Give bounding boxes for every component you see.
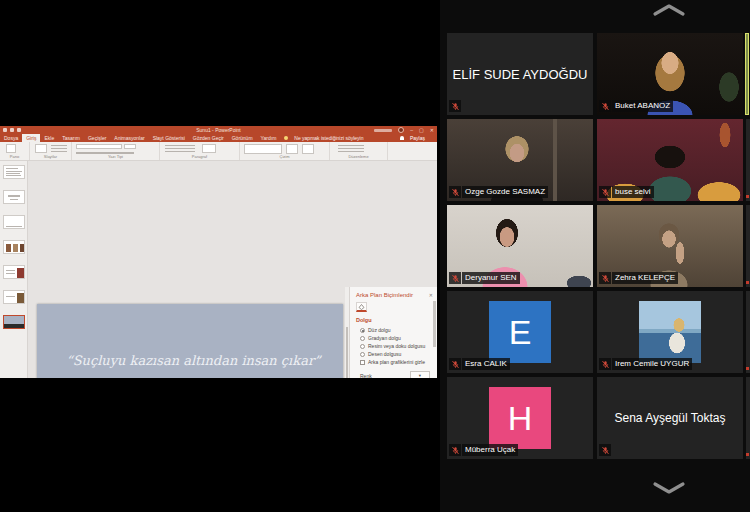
shapes-gallery[interactable] bbox=[244, 144, 282, 154]
muted-mic-icon bbox=[599, 186, 611, 198]
participant-tile-sena[interactable]: Sena Ayşegül Toktaş bbox=[597, 377, 743, 459]
participant-tile-irem[interactable]: Irem Cemile UYGUR bbox=[597, 291, 743, 373]
checkbox-icon bbox=[360, 360, 365, 365]
tab-tasarim[interactable]: Tasarım bbox=[58, 134, 84, 142]
tab-yardim[interactable]: Yardım bbox=[257, 134, 281, 142]
font-size-combobox[interactable] bbox=[124, 144, 136, 149]
participant-tile-buket[interactable]: Buket ABANOZ bbox=[597, 33, 743, 115]
participant-tile-deryanur[interactable]: Deryanur SEN bbox=[447, 205, 593, 287]
slide-thumbnail-1[interactable] bbox=[3, 165, 25, 179]
pane-title: Arka Plan Biçimlendir bbox=[356, 292, 413, 298]
color-dropdown[interactable]: ▾ bbox=[410, 371, 430, 378]
participant-tile-muberra[interactable]: H Müberra Uçak bbox=[447, 377, 593, 459]
participant-name: Sena Ayşegül Toktaş bbox=[597, 411, 743, 425]
slide-thumbnail-pane[interactable] bbox=[0, 161, 28, 378]
slide-thumbnail-3[interactable] bbox=[3, 215, 25, 229]
participant-name: Buket ABANOZ bbox=[612, 100, 673, 112]
muted-mic-icon bbox=[746, 281, 749, 284]
option-pattern-fill[interactable]: Desen dolgusu bbox=[360, 351, 401, 357]
participant-tile-partial[interactable] bbox=[746, 119, 750, 201]
quick-styles-button[interactable] bbox=[302, 144, 314, 154]
participant-tile-buse[interactable]: buse selvi bbox=[597, 119, 743, 201]
account-name[interactable] bbox=[374, 129, 392, 132]
font-name-combobox[interactable] bbox=[76, 144, 122, 149]
lightbulb-icon bbox=[284, 136, 288, 140]
participant-tile-elif[interactable]: ELİF SUDE AYDOĞDU bbox=[447, 33, 593, 115]
ribbon: Pano Slaytlar Yazı Tipi Paragraf bbox=[0, 142, 437, 161]
participant-tile-esra[interactable]: E Esra CALIK bbox=[447, 291, 593, 373]
slide-thumbnail-6[interactable] bbox=[3, 290, 25, 304]
slide-thumbnail-7-selected[interactable] bbox=[3, 315, 25, 329]
muted-mic-icon bbox=[599, 100, 611, 112]
pane-close-icon[interactable]: ✕ bbox=[429, 292, 433, 298]
format-background-pane: Arka Plan Biçimlendir ✕ Dolgu Düz dolgu … bbox=[349, 287, 437, 378]
participant-name: ELİF SUDE AYDOĞDU bbox=[447, 67, 593, 82]
avatar-letter: E bbox=[509, 313, 532, 352]
pane-scrollbar[interactable] bbox=[433, 301, 436, 347]
tab-gorunum[interactable]: Görünüm bbox=[228, 134, 257, 142]
muted-mic-icon bbox=[449, 100, 461, 112]
align-buttons[interactable] bbox=[202, 144, 216, 153]
chevron-up-icon[interactable] bbox=[652, 3, 686, 17]
meeting-window: Sunu1 - PowerPoint – ▢ ✕ Dosya Giriş Ekl… bbox=[0, 0, 750, 512]
person-icon bbox=[400, 136, 404, 140]
participant-name: buse selvi bbox=[612, 186, 654, 198]
slide-thumbnail-4[interactable] bbox=[3, 240, 25, 254]
arrange-button[interactable] bbox=[286, 144, 298, 154]
ribbon-group-duzenleme: Düzenleme bbox=[330, 142, 388, 160]
participant-name: Ozge Gozde SASMAZ bbox=[462, 186, 548, 198]
radio-icon bbox=[360, 328, 365, 333]
option-gradient-fill[interactable]: Gradyan dolgu bbox=[360, 335, 401, 341]
account-avatar[interactable] bbox=[398, 127, 404, 133]
chevron-down-icon[interactable] bbox=[652, 481, 686, 495]
close-button[interactable]: ✕ bbox=[430, 127, 434, 133]
participant-tile-partial[interactable] bbox=[746, 377, 750, 459]
tab-gecisler[interactable]: Geçişler bbox=[84, 134, 110, 142]
ribbon-group-yazi-tipi: Yazı Tipi bbox=[72, 142, 160, 160]
ribbon-group-cizim: Çizim bbox=[240, 142, 330, 160]
ribbon-group-paragraf: Paragraf bbox=[160, 142, 240, 160]
new-slide-button[interactable] bbox=[35, 144, 47, 153]
ppt-titlebar: Sunu1 - PowerPoint – ▢ ✕ bbox=[0, 126, 437, 134]
ppt-share-button[interactable]: Paylaş bbox=[396, 134, 433, 142]
ribbon-group-pano: Pano bbox=[0, 142, 30, 160]
muted-mic-icon bbox=[746, 367, 749, 370]
fill-bucket-icon[interactable] bbox=[356, 302, 367, 312]
muted-mic-icon bbox=[746, 453, 749, 456]
participant-tile-ozge[interactable]: Ozge Gozde SASMAZ bbox=[447, 119, 593, 201]
participant-tile-partial[interactable] bbox=[746, 291, 750, 373]
tab-giris[interactable]: Giriş bbox=[22, 134, 40, 142]
slide-quote-text[interactable]: “Suçluyu kazısan altından insan çıkar” bbox=[66, 352, 332, 369]
slide-thumbnail-2[interactable] bbox=[3, 190, 25, 204]
option-solid-fill[interactable]: Düz dolgu bbox=[360, 327, 391, 333]
muted-mic-icon bbox=[449, 358, 461, 370]
participant-tile-partial-active[interactable] bbox=[745, 33, 749, 115]
option-picture-fill[interactable]: Resim veya doku dolgusu bbox=[360, 343, 425, 349]
tab-animasyonlar[interactable]: Animasyonlar bbox=[110, 134, 148, 142]
ribbon-group-slaytlar: Slaytlar bbox=[30, 142, 72, 160]
tab-dosya[interactable]: Dosya bbox=[0, 134, 22, 142]
color-label: Renk bbox=[360, 373, 372, 378]
tab-ekle[interactable]: Ekle bbox=[40, 134, 58, 142]
tab-slayt-gosterisi[interactable]: Slayt Gösterisi bbox=[149, 134, 189, 142]
slide-thumbnail-5[interactable] bbox=[3, 265, 25, 279]
participant-tile-partial[interactable] bbox=[746, 205, 750, 287]
radio-icon bbox=[360, 336, 365, 341]
muted-mic-icon bbox=[746, 195, 749, 198]
font-style-buttons[interactable] bbox=[76, 152, 134, 154]
tab-gozden-gecir[interactable]: Gözden Geçir bbox=[189, 134, 228, 142]
option-hide-background[interactable]: Arka plan grafiklerini gizle bbox=[360, 359, 425, 365]
paste-button[interactable] bbox=[6, 144, 16, 153]
ribbon-tab-bar: Dosya Giriş Ekle Tasarım Geçişler Animas… bbox=[0, 134, 437, 142]
slide[interactable]: “Suçluyu kazısan altından insan çıkar” -… bbox=[37, 304, 343, 378]
participant-name: Irem Cemile UYGUR bbox=[612, 358, 692, 370]
powerpoint-window[interactable]: Sunu1 - PowerPoint – ▢ ✕ Dosya Giriş Ekl… bbox=[0, 126, 437, 378]
radio-icon bbox=[360, 344, 365, 349]
avatar-letter-tile: H bbox=[489, 387, 551, 449]
restore-button[interactable]: ▢ bbox=[419, 127, 424, 133]
profile-photo bbox=[639, 301, 701, 363]
minimize-button[interactable]: – bbox=[410, 127, 413, 133]
participant-tile-zehra[interactable]: Zehra KELEPÇE bbox=[597, 205, 743, 287]
tell-me-box[interactable]: Ne yapmak istediğinizi söyleyin bbox=[280, 134, 371, 142]
fill-section-header[interactable]: Dolgu bbox=[356, 317, 372, 323]
